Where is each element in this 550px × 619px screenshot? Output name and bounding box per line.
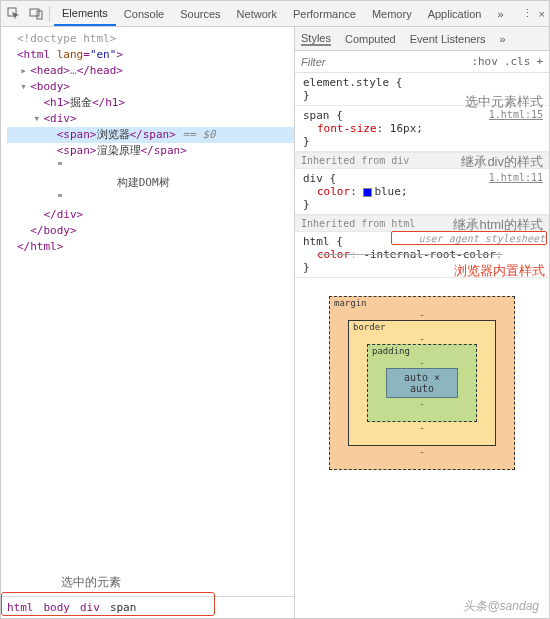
dom-line[interactable]: <html lang="en">	[7, 47, 294, 63]
annot-ua: 浏览器内置样式	[454, 262, 545, 280]
toolbar-right: ⋮ ×	[522, 7, 545, 20]
prop-color-html: color	[317, 248, 350, 261]
bm-dash: -	[348, 446, 496, 457]
rule-html[interactable]: user agent stylesheet html { color: -int…	[295, 232, 549, 278]
tab-performance[interactable]: Performance	[285, 1, 364, 26]
box-model[interactable]: margin - border - padding - auto × auto …	[329, 296, 515, 470]
inherit-html-bar: Inherited from html 继承html的样式	[295, 215, 549, 232]
dom-line[interactable]: </div>	[7, 207, 294, 223]
selector-elstyle: element.style	[303, 76, 389, 89]
stab-overflow[interactable]: »	[500, 33, 506, 45]
filter-row: :hov .cls +	[295, 51, 549, 73]
dom-line[interactable]: 构建DOM树	[7, 175, 294, 191]
opt-hov[interactable]: :hov	[471, 55, 498, 68]
tab-memory[interactable]: Memory	[364, 1, 420, 26]
bm-dash: -	[386, 398, 458, 409]
inherit-html-label: Inherited from html	[301, 218, 415, 229]
elements-panel: <!doctype html> <html lang="en"> ▸<head>…	[1, 27, 295, 618]
filter-input[interactable]	[295, 56, 465, 68]
device-icon[interactable]	[27, 5, 45, 23]
bm-margin-label: margin	[334, 298, 367, 308]
inherit-div-bar: Inherited from div 继承div的样式	[295, 152, 549, 169]
rule-span[interactable]: 1.html:15 span { font-size: 16px; }	[295, 106, 549, 152]
crumb-div[interactable]: div	[80, 601, 100, 614]
tab-console[interactable]: Console	[116, 1, 172, 26]
src-span[interactable]: 1.html:15	[489, 109, 543, 120]
dom-tree[interactable]: <!doctype html> <html lang="en"> ▸<head>…	[1, 27, 294, 596]
breadcrumb: html body div span	[1, 596, 294, 618]
prop-color-div: color	[317, 185, 350, 198]
styles-tabs: Styles Computed Event Listeners »	[295, 27, 549, 51]
rules-list: element.style { } 选中元素样式 1.html:15 span …	[295, 73, 549, 470]
main-split: <!doctype html> <html lang="en"> ▸<head>…	[1, 27, 549, 618]
svg-rect-1	[30, 9, 39, 16]
filter-options: :hov .cls +	[465, 55, 549, 68]
crumb-span[interactable]: span	[110, 601, 137, 614]
tab-network[interactable]: Network	[229, 1, 285, 26]
panel-tabs: Elements Console Sources Network Perform…	[54, 1, 512, 26]
opt-add[interactable]: +	[536, 55, 543, 68]
stab-computed[interactable]: Computed	[345, 33, 396, 45]
selector-div: div	[303, 172, 323, 185]
rule-element-style[interactable]: element.style { } 选中元素样式	[295, 73, 549, 106]
src-div[interactable]: 1.html:11	[489, 172, 543, 183]
ua-label: user agent stylesheet	[419, 233, 545, 244]
close-icon[interactable]: ×	[539, 8, 545, 20]
dom-line[interactable]: ▾<div>	[7, 111, 294, 127]
crumb-annotation: 选中的元素	[61, 574, 121, 591]
tab-elements[interactable]: Elements	[54, 1, 116, 26]
prop-fontsize: font-size	[317, 122, 377, 135]
crumb-html[interactable]: html	[7, 601, 34, 614]
menu-icon[interactable]: ⋮	[522, 7, 533, 20]
bm-dash: -	[419, 357, 425, 368]
divider	[49, 6, 50, 22]
bm-border-label: border	[353, 322, 386, 332]
bm-content: auto × auto	[386, 368, 458, 398]
bm-dash: -	[419, 309, 425, 320]
dom-line[interactable]: <span>浏览器</span> == $0	[7, 127, 294, 143]
stab-styles[interactable]: Styles	[301, 32, 331, 46]
tabs-overflow[interactable]: »	[489, 1, 511, 26]
dom-line[interactable]: </body>	[7, 223, 294, 239]
dom-line[interactable]: ▾<body>	[7, 79, 294, 95]
swatch-blue[interactable]	[363, 188, 372, 197]
bm-padding-label: padding	[372, 346, 410, 356]
val-color-html: -internal-root-color	[363, 248, 495, 261]
devtools-root: { "topbar": { "tabs": ["Elements","Conso…	[0, 0, 550, 619]
selector-span: span	[303, 109, 330, 122]
dom-line[interactable]: ▸<head>…</head>	[7, 63, 294, 79]
dom-line[interactable]: "	[7, 159, 294, 175]
opt-cls[interactable]: .cls	[504, 55, 531, 68]
rule-div[interactable]: 1.html:11 div { color: blue; }	[295, 169, 549, 215]
styles-panel: Styles Computed Event Listeners » :hov .…	[295, 27, 549, 618]
dom-line[interactable]: <span>渲染原理</span>	[7, 143, 294, 159]
bm-dash: -	[367, 422, 477, 433]
dom-line[interactable]: <!doctype html>	[7, 31, 294, 47]
crumb-body[interactable]: body	[44, 601, 71, 614]
tab-sources[interactable]: Sources	[172, 1, 228, 26]
crumb-wrap: 选中的元素 html body div span	[1, 596, 294, 618]
dom-line[interactable]: </html>	[7, 239, 294, 255]
dom-line[interactable]: <h1>掘金</h1>	[7, 95, 294, 111]
bm-dash: -	[419, 333, 425, 344]
dom-line[interactable]: "	[7, 191, 294, 207]
devtools-toolbar: Elements Console Sources Network Perform…	[1, 1, 549, 27]
inherit-div-label: Inherited from div	[301, 155, 409, 166]
val-color-div: blue	[374, 185, 401, 198]
stab-listeners[interactable]: Event Listeners	[410, 33, 486, 45]
inspect-icon[interactable]	[5, 5, 23, 23]
tab-application[interactable]: Application	[420, 1, 490, 26]
selector-html: html	[303, 235, 330, 248]
val-fontsize: 16px	[390, 122, 417, 135]
